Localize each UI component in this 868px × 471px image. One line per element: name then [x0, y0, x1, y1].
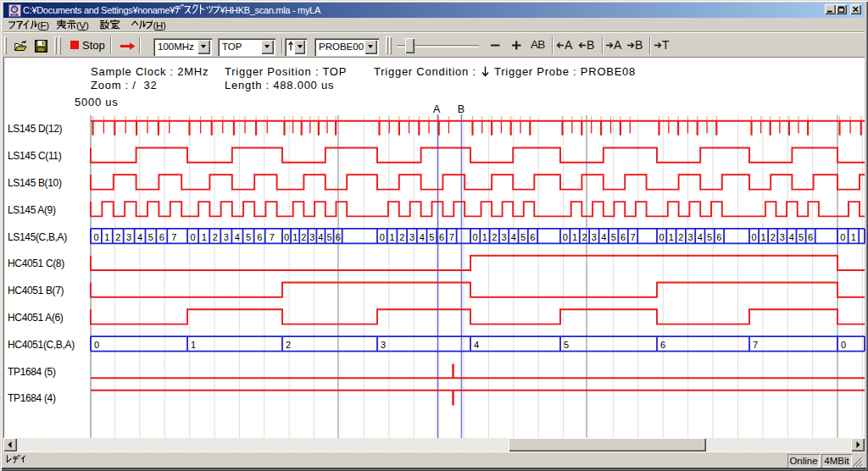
- svg-text:1: 1: [191, 340, 196, 350]
- svg-text:LS145 A(9): LS145 A(9): [8, 204, 56, 216]
- svg-text:7: 7: [630, 232, 635, 242]
- svg-text:6: 6: [159, 232, 164, 242]
- svg-text:6: 6: [257, 232, 262, 242]
- svg-text:4: 4: [137, 232, 142, 242]
- svg-text:HC4051(C,B,A): HC4051(C,B,A): [8, 339, 75, 351]
- svg-text:3: 3: [224, 232, 229, 242]
- svg-text:5: 5: [327, 232, 332, 242]
- svg-text:7: 7: [270, 232, 275, 242]
- svg-text:1: 1: [390, 232, 395, 242]
- svg-text:4: 4: [698, 232, 703, 242]
- svg-text:3: 3: [501, 232, 506, 242]
- svg-text:0: 0: [841, 340, 846, 350]
- svg-text:TP1684 (4): TP1684 (4): [8, 392, 56, 404]
- svg-text:5: 5: [246, 232, 251, 242]
- svg-text:A: A: [433, 103, 441, 115]
- svg-text:0: 0: [563, 232, 568, 242]
- svg-text:LS145 C(11): LS145 C(11): [8, 150, 62, 162]
- svg-text:4: 4: [318, 232, 323, 242]
- svg-text:3: 3: [592, 232, 597, 242]
- svg-text:5: 5: [611, 232, 616, 242]
- svg-text:5: 5: [148, 232, 153, 242]
- svg-text:2: 2: [115, 232, 120, 242]
- svg-text:0: 0: [380, 232, 385, 242]
- svg-text:4: 4: [511, 232, 516, 242]
- svg-text:0: 0: [840, 232, 845, 242]
- svg-text:6: 6: [620, 232, 626, 242]
- svg-text:4: 4: [420, 232, 425, 242]
- svg-text:4: 4: [789, 232, 794, 242]
- svg-text:HC4051 B(7): HC4051 B(7): [8, 285, 64, 296]
- svg-text:0: 0: [94, 340, 99, 350]
- svg-text:0: 0: [473, 232, 478, 242]
- svg-text:4: 4: [474, 340, 479, 350]
- svg-text:LS145(C,B,A): LS145(C,B,A): [8, 231, 67, 243]
- svg-text:2: 2: [286, 340, 291, 350]
- svg-text:HC4051 C(8): HC4051 C(8): [8, 258, 64, 269]
- svg-text:0: 0: [659, 232, 665, 242]
- svg-text:2: 2: [581, 232, 587, 242]
- svg-text:TP1684 (5): TP1684 (5): [8, 366, 56, 378]
- svg-text:2: 2: [301, 232, 306, 242]
- svg-text:4: 4: [601, 232, 606, 242]
- svg-text:7: 7: [449, 232, 454, 242]
- svg-text:7: 7: [171, 232, 176, 242]
- svg-text:5: 5: [707, 232, 712, 242]
- svg-text:0: 0: [751, 232, 756, 242]
- svg-text:2: 2: [213, 232, 218, 242]
- svg-text:0: 0: [284, 232, 289, 242]
- svg-text:6: 6: [660, 340, 665, 350]
- svg-text:1: 1: [482, 232, 487, 242]
- svg-text:2: 2: [492, 232, 497, 242]
- svg-text:6: 6: [336, 232, 341, 242]
- svg-text:7: 7: [753, 340, 758, 350]
- svg-text:LS145 D(12): LS145 D(12): [8, 123, 63, 135]
- svg-text:1: 1: [104, 232, 109, 242]
- svg-text:HC4051 A(6): HC4051 A(6): [8, 312, 64, 324]
- svg-text:3: 3: [309, 232, 314, 242]
- svg-text:2: 2: [678, 232, 683, 242]
- svg-text:5: 5: [798, 232, 804, 242]
- svg-text:2: 2: [399, 232, 404, 242]
- svg-text:3: 3: [780, 232, 785, 242]
- svg-text:4: 4: [235, 232, 240, 242]
- svg-text:5: 5: [429, 232, 434, 242]
- svg-text:6: 6: [808, 232, 813, 242]
- svg-text:6: 6: [716, 232, 721, 242]
- svg-text:0: 0: [191, 232, 196, 242]
- svg-text:3: 3: [126, 232, 131, 242]
- svg-text:3: 3: [687, 232, 693, 242]
- svg-text:1: 1: [202, 232, 207, 242]
- svg-text:5: 5: [564, 340, 569, 350]
- svg-text:5: 5: [520, 232, 526, 242]
- svg-text:1: 1: [761, 232, 766, 242]
- svg-text:6: 6: [530, 232, 535, 242]
- svg-text:B: B: [458, 103, 465, 115]
- svg-text:2: 2: [771, 232, 776, 242]
- svg-text:LS145 B(10): LS145 B(10): [8, 177, 62, 189]
- svg-text:0: 0: [93, 232, 98, 242]
- svg-text:1: 1: [292, 232, 298, 242]
- svg-text:1: 1: [669, 232, 674, 242]
- svg-text:6: 6: [439, 232, 444, 242]
- svg-text:3: 3: [409, 232, 415, 242]
- svg-text:1: 1: [851, 232, 856, 242]
- svg-text:1: 1: [572, 232, 577, 242]
- svg-text:3: 3: [381, 340, 386, 350]
